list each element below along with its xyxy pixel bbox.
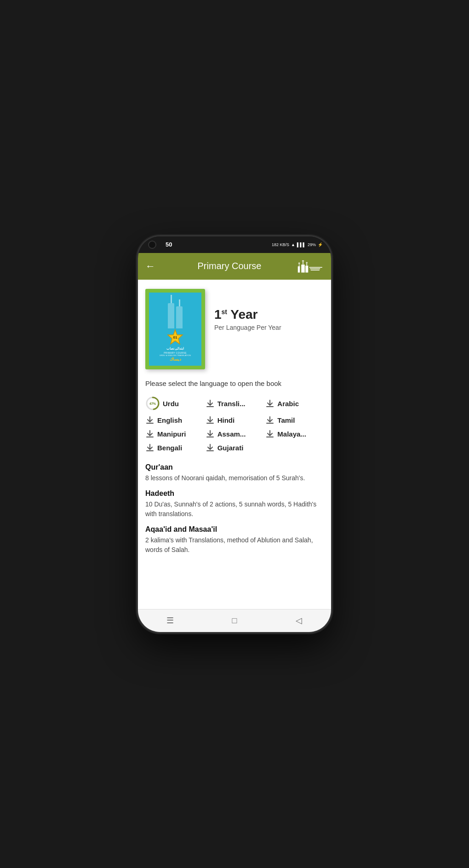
lang-label-hindi: Hindi xyxy=(217,416,235,424)
book-inner: 01 ابتدائی نصاب PRIMARY COURSE URDU & EN… xyxy=(149,293,201,366)
svg-rect-10 xyxy=(310,268,320,269)
section-title-aqaaid: Aqaa'id and Masaa'il xyxy=(145,525,324,534)
badge-number: 01 xyxy=(173,335,177,339)
section-aqaaid: Aqaa'id and Masaa'il 2 kalima's with Tra… xyxy=(145,525,324,555)
download-icon-assamese xyxy=(206,429,215,438)
bottom-navigation: ☰ □ ◁ xyxy=(138,609,331,632)
language-grid: 47% Urdu Transli... xyxy=(145,396,324,452)
lang-label-assamese: Assam... xyxy=(217,430,246,438)
svg-rect-4 xyxy=(303,261,303,264)
language-item-malayalam[interactable]: Malaya... xyxy=(265,429,324,438)
language-item-urdu[interactable]: 47% Urdu xyxy=(145,396,204,411)
language-item-hindi[interactable]: Hindi xyxy=(206,415,264,425)
download-icon-malayalam xyxy=(265,429,275,438)
year-info: 1st Year Per Language Per Year xyxy=(214,289,281,331)
section-hadeeth: Hadeeth 10 Du'as, Sunnah's of 2 actions,… xyxy=(145,489,324,519)
lang-label-gujarati: Gujarati xyxy=(217,444,244,452)
book-section: 01 ابتدائی نصاب PRIMARY COURSE URDU & EN… xyxy=(145,289,324,369)
status-bar: 50 182 KB/S ▲ ▌▌▌ 29% ⚡ xyxy=(138,236,331,253)
lang-label-translit: Transli... xyxy=(217,400,246,408)
back-button[interactable]: ← xyxy=(145,260,155,272)
section-text-quran: 8 lessons of Noorani qaidah, memorisatio… xyxy=(145,473,324,483)
section-text-hadeeth: 10 Du'as, Sunnah's of 2 actions, 5 sunna… xyxy=(145,500,324,519)
app-header: ← Primary Course xyxy=(138,253,331,280)
lang-label-manipuri: Manipuri xyxy=(157,430,186,438)
language-item-manipuri[interactable]: Manipuri xyxy=(145,429,204,438)
svg-marker-2 xyxy=(298,262,300,264)
section-title-hadeeth: Hadeeth xyxy=(145,489,324,498)
language-item-assamese[interactable]: Assam... xyxy=(206,429,264,438)
book-logo-bottom: ديساك xyxy=(170,357,181,362)
svg-rect-1 xyxy=(299,264,299,266)
language-item-translit[interactable]: Transli... xyxy=(206,396,264,411)
download-icon-tamil xyxy=(265,415,275,425)
book-arabic-title: ابتدائی نصاب xyxy=(160,347,191,351)
svg-rect-0 xyxy=(298,266,300,273)
download-icon-translit xyxy=(206,399,215,408)
battery-icon: 29% xyxy=(308,242,316,247)
language-item-bengali[interactable]: Bengali xyxy=(145,443,204,452)
nav-back-icon[interactable]: ◁ xyxy=(291,612,307,629)
svg-marker-8 xyxy=(306,262,308,263)
network-speed: 182 KB/S xyxy=(272,242,289,247)
language-item-gujarati[interactable]: Gujarati xyxy=(206,443,264,452)
language-item-tamil[interactable]: Tamil xyxy=(265,415,324,425)
book-text: ابتدائی نصاب PRIMARY COURSE URDU & ENGLI… xyxy=(160,347,191,356)
download-icon-manipuri xyxy=(145,429,154,438)
download-icon-arabic xyxy=(265,399,275,408)
book-subtitle-2: URDU & ENGLISH TRANSLATION xyxy=(160,354,191,356)
tower-illustration xyxy=(168,296,183,328)
svg-rect-3 xyxy=(301,264,305,272)
download-icon-gujarati xyxy=(206,443,215,452)
svg-rect-11 xyxy=(311,270,320,270)
urdu-progress-label: 47% xyxy=(149,402,156,405)
svg-marker-5 xyxy=(302,260,304,261)
section-quran: Qur'aan 8 lessons of Noorani qaidah, mem… xyxy=(145,463,324,483)
urdu-progress-circle: 47% xyxy=(145,396,160,411)
section-title-quran: Qur'aan xyxy=(145,463,324,471)
signal-icon: ▌▌▌ xyxy=(297,242,306,247)
lang-label-urdu: Urdu xyxy=(163,400,179,408)
section-text-aqaaid: 2 kalima's with Translations, method of … xyxy=(145,535,324,555)
lang-label-english: English xyxy=(157,416,182,424)
page-title: Primary Course xyxy=(163,261,296,271)
download-icon-hindi xyxy=(206,415,215,425)
phone-frame: 50 182 KB/S ▲ ▌▌▌ 29% ⚡ ← Primary Course xyxy=(138,236,331,632)
camera-hole xyxy=(148,241,156,249)
select-language-prompt: Please select the language to open the b… xyxy=(145,379,324,389)
nav-menu-icon[interactable]: ☰ xyxy=(162,612,178,629)
svg-rect-7 xyxy=(307,263,308,265)
content-area: 01 ابتدائی نصاب PRIMARY COURSE URDU & EN… xyxy=(138,280,331,609)
book-cover: 01 ابتدائی نصاب PRIMARY COURSE URDU & EN… xyxy=(145,289,205,369)
year-title: 1st Year xyxy=(214,307,281,322)
app-logo xyxy=(296,258,324,275)
lang-label-arabic: Arabic xyxy=(277,400,299,408)
charging-icon: ⚡ xyxy=(318,242,323,247)
lang-label-bengali: Bengali xyxy=(157,444,182,452)
year-subtitle: Per Language Per Year xyxy=(214,324,281,331)
wifi-icon: ▲ xyxy=(291,242,295,247)
nav-home-icon[interactable]: □ xyxy=(226,612,243,629)
status-icons: 182 KB/S ▲ ▌▌▌ 29% ⚡ xyxy=(272,242,323,247)
svg-rect-6 xyxy=(305,265,308,272)
lang-label-malayalam: Malaya... xyxy=(277,430,306,438)
lang-label-tamil: Tamil xyxy=(277,416,295,424)
status-time: 50 xyxy=(166,241,172,248)
download-icon-english xyxy=(145,415,154,425)
language-item-arabic[interactable]: Arabic xyxy=(265,396,324,411)
language-item-english[interactable]: English xyxy=(145,415,204,425)
download-icon-bengali xyxy=(145,443,154,452)
svg-rect-9 xyxy=(309,267,323,268)
